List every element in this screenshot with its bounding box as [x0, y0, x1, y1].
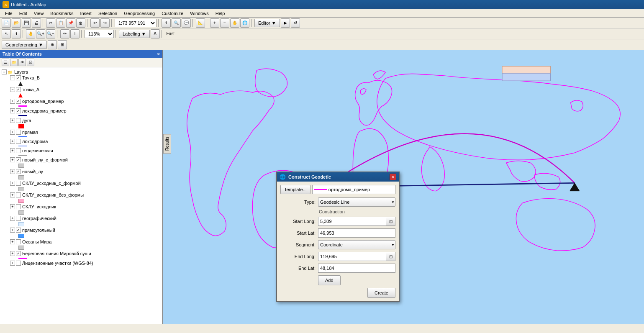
pointer-btn[interactable]: ↖ — [2, 29, 11, 38]
template-button[interactable]: Template... — [280, 185, 310, 194]
create-button[interactable]: Create — [367, 288, 395, 298]
zoom-out-btn[interactable]: − — [220, 18, 229, 28]
checkbox-loksodroma[interactable] — [16, 139, 21, 144]
layer-item-ortodroma[interactable]: + ортодрома_пример — [10, 98, 161, 104]
layer-item-licenz[interactable]: + Лицензионные участки (WGS-84) — [10, 260, 161, 266]
results-tab[interactable]: Results — [163, 134, 171, 154]
expand-geo[interactable]: + — [10, 216, 15, 221]
checkbox-bereg[interactable] — [16, 251, 21, 256]
pan-btn[interactable]: ✋ — [230, 18, 239, 28]
layer-item-geo[interactable]: + географический — [10, 215, 161, 221]
checkbox-rect[interactable] — [16, 228, 21, 233]
menu-help[interactable]: Help — [212, 10, 228, 17]
layer-item-sklu-bez[interactable]: + СКЛУ_исходник_без_формы — [10, 192, 161, 198]
layer-item-duga[interactable]: + дуга — [10, 118, 161, 123]
expand-rect[interactable]: + — [10, 228, 15, 233]
layer-item-rect[interactable]: + прямоугольный — [10, 227, 161, 233]
layer-item-loksodroma-prim[interactable]: + локсодрома_пример — [10, 108, 161, 114]
type-select[interactable]: Geodesic Line Loxodrome Great Elliptic N… — [318, 197, 395, 207]
checkbox-sklu-s[interactable] — [16, 181, 21, 186]
menu-edit[interactable]: Edit — [16, 10, 31, 17]
layer-item-loksodroma[interactable]: + локсодрома — [10, 138, 161, 144]
expand-sklu[interactable]: + — [10, 204, 15, 209]
zoomin2-btn[interactable]: 🔍+ — [36, 29, 45, 38]
checkbox-sklu[interactable] — [16, 204, 21, 209]
zoom-selector[interactable]: 113% — [85, 30, 114, 38]
measure-btn[interactable]: 📐 — [196, 18, 205, 28]
checkbox-sklu-bez[interactable] — [16, 192, 21, 197]
delete-btn[interactable]: 🗑 — [76, 18, 85, 28]
open-btn[interactable]: 📂 — [12, 18, 21, 28]
menu-customize[interactable]: Customize — [158, 10, 187, 17]
checkbox-tochka-a[interactable] — [16, 87, 21, 92]
edit-tool-btn[interactable]: ▶ — [281, 18, 290, 28]
text-btn[interactable]: T — [70, 29, 80, 38]
end-lat-input[interactable] — [318, 264, 395, 273]
expand-ortodroma[interactable]: + — [10, 99, 15, 104]
expand-sklu-bez[interactable]: + — [10, 192, 15, 197]
layer-item-sklu-s[interactable]: + СКЛУ_исходник_с_формой — [10, 180, 161, 186]
checkbox-licenz[interactable] — [16, 261, 21, 266]
expand-tochka-b[interactable]: − — [10, 75, 15, 80]
layer-item-okeany[interactable]: + Океаны Мира — [10, 239, 161, 245]
toc-close-btn[interactable]: × — [157, 51, 160, 56]
expand-loksodroma-prim[interactable]: + — [10, 108, 15, 113]
layers-expand[interactable]: − — [2, 69, 7, 74]
find-btn[interactable]: 🔍 — [172, 18, 181, 28]
add-button[interactable]: Add — [318, 275, 341, 285]
expand-bereg[interactable]: + — [10, 251, 15, 256]
menu-geoprocessing[interactable]: Geoprocessing — [121, 10, 158, 17]
start-long-input[interactable] — [318, 217, 386, 226]
end-long-pick-btn[interactable]: ⊡ — [386, 252, 395, 261]
layer-item-tochka-b[interactable]: − Точка_Б — [10, 75, 161, 81]
new-btn[interactable]: 📄 — [2, 18, 11, 28]
scale-selector[interactable]: 1:73 957 191 — [115, 19, 157, 27]
zoomout2-btn[interactable]: 🔍− — [46, 29, 55, 38]
redo-btn[interactable]: ↪ — [100, 18, 110, 28]
paste-btn[interactable]: 📌 — [66, 18, 75, 28]
menu-view[interactable]: View — [31, 10, 47, 17]
checkbox-novy-lu-s[interactable] — [16, 157, 21, 162]
layer-item-bereg[interactable]: + Береговая линия Мировой суши — [10, 251, 161, 256]
cut-btn[interactable]: ✂ — [46, 18, 55, 28]
identify2-btn[interactable]: ℹ — [12, 29, 21, 38]
labeling-dropdown[interactable]: Labeling ▼ — [119, 30, 150, 38]
checkbox-duga[interactable] — [16, 118, 21, 123]
checkbox-novy-lu[interactable] — [16, 169, 21, 174]
start-long-pick-btn[interactable]: ⊡ — [386, 217, 395, 226]
menu-insert[interactable]: Insert — [77, 10, 95, 17]
menu-selection[interactable]: Selection — [95, 10, 121, 17]
undo-btn[interactable]: ↩ — [90, 18, 100, 28]
identify-btn[interactable]: ℹ — [162, 18, 171, 28]
expand-sklu-s[interactable]: + — [10, 181, 15, 186]
expand-okeany[interactable]: + — [10, 239, 15, 244]
save-btn[interactable]: 💾 — [22, 18, 31, 28]
label-tool-btn[interactable]: A — [151, 29, 160, 38]
layers-root[interactable]: − 📁 Layers — [2, 69, 161, 75]
print-btn[interactable]: 🖨 — [32, 18, 41, 28]
checkbox-ortodroma[interactable] — [16, 99, 21, 104]
menu-bookmarks[interactable]: Bookmarks — [47, 10, 77, 17]
toc-list-btn[interactable]: ☰ — [2, 59, 9, 66]
expand-licenz[interactable]: + — [10, 261, 15, 266]
layer-item-pryamaya[interactable]: + прямая — [10, 129, 161, 135]
layer-item-sklu[interactable]: + СКЛУ_исходник — [10, 204, 161, 210]
layer-item-novy-lu[interactable]: + новый_лу — [10, 169, 161, 174]
expand-geodez[interactable]: + — [10, 148, 15, 153]
checkbox-pryamaya[interactable] — [16, 130, 21, 135]
checkbox-okeany[interactable] — [16, 239, 21, 244]
expand-novy-lu-s[interactable]: + — [10, 157, 15, 162]
georef-link-btn[interactable]: ⊕ — [48, 40, 57, 49]
georef-dropdown[interactable]: Georeferencing ▼ — [2, 41, 47, 49]
layer-item-novy-lu-s-formoy[interactable]: + новый_лу_с_формой — [10, 157, 161, 163]
layer-item-tochka-a[interactable]: − точка_А — [10, 87, 161, 92]
end-long-input[interactable] — [318, 252, 386, 261]
checkbox-geo[interactable] — [16, 216, 21, 221]
expand-duga[interactable]: + — [10, 118, 15, 123]
copy-btn[interactable]: 📋 — [56, 18, 65, 28]
menu-file[interactable]: File — [2, 10, 16, 17]
checkbox-loksodroma-prim[interactable] — [16, 108, 21, 113]
expand-tochka-a[interactable]: − — [10, 87, 15, 92]
full-extent-btn[interactable]: 🌐 — [240, 18, 249, 28]
expand-pryamaya[interactable]: + — [10, 130, 15, 135]
